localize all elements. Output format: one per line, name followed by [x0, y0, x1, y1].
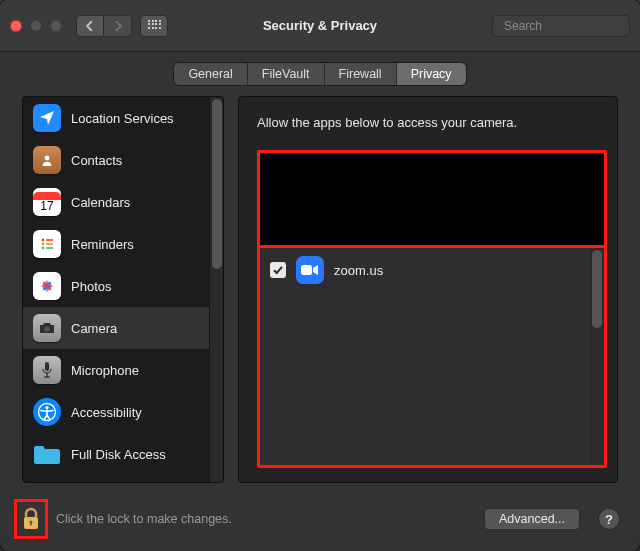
- accessibility-icon: [33, 398, 61, 426]
- sidebar-scrollbar-thumb[interactable]: [212, 99, 222, 269]
- svg-point-2: [45, 156, 50, 161]
- app-name-label: zoom.us: [334, 263, 383, 278]
- back-button[interactable]: [76, 15, 104, 37]
- svg-rect-18: [45, 362, 49, 371]
- tab-general[interactable]: General: [174, 63, 247, 85]
- zoom-window-button[interactable]: [50, 20, 62, 32]
- main-heading: Allow the apps below to access your came…: [257, 115, 607, 130]
- svg-rect-6: [46, 243, 53, 245]
- sidebar-item-label: Reminders: [71, 237, 134, 252]
- sidebar-item-label: Microphone: [71, 363, 139, 378]
- sidebar-item-microphone[interactable]: Microphone: [23, 349, 209, 391]
- help-button[interactable]: ?: [598, 508, 620, 530]
- sidebar-list: Location Services Contacts 17 Calendars: [23, 97, 209, 482]
- svg-rect-4: [46, 239, 53, 241]
- app-checkbox[interactable]: [270, 262, 286, 278]
- chevron-right-icon: [114, 21, 122, 31]
- microphone-icon: [33, 356, 61, 384]
- folder-icon: [33, 440, 61, 468]
- sidebar-item-label: Calendars: [71, 195, 130, 210]
- content-area: Location Services Contacts 17 Calendars: [0, 96, 640, 493]
- tab-filevault[interactable]: FileVault: [248, 63, 325, 85]
- sidebar-item-accessibility[interactable]: Accessibility: [23, 391, 209, 433]
- zoom-app-icon: [296, 256, 324, 284]
- camera-icon: [33, 314, 61, 342]
- contacts-icon: [33, 146, 61, 174]
- sidebar-item-reminders[interactable]: Reminders: [23, 223, 209, 265]
- sidebar-item-label: Contacts: [71, 153, 122, 168]
- sidebar-item-label: Location Services: [71, 111, 174, 126]
- svg-point-7: [42, 247, 45, 250]
- lock-icon[interactable]: [21, 507, 41, 531]
- traffic-lights: [10, 20, 62, 32]
- apps-scrollbar[interactable]: [590, 248, 604, 465]
- sidebar-item-label: Full Disk Access: [71, 447, 166, 462]
- lock-highlight-box: [14, 499, 48, 539]
- nav-group: [76, 15, 132, 37]
- main-panel: Allow the apps below to access your came…: [238, 96, 618, 483]
- footer-bar: Click the lock to make changes. Advanced…: [0, 493, 640, 551]
- window-toolbar: Security & Privacy: [0, 0, 640, 52]
- lock-hint-text: Click the lock to make changes.: [56, 512, 232, 526]
- svg-rect-27: [30, 522, 32, 525]
- app-row-zoom[interactable]: zoom.us: [260, 248, 590, 292]
- reminders-icon: [33, 230, 61, 258]
- advanced-button[interactable]: Advanced...: [484, 508, 580, 530]
- sidebar-item-label: Camera: [71, 321, 117, 336]
- sidebar-item-photos[interactable]: Photos: [23, 265, 209, 307]
- sidebar-item-fulldisk[interactable]: Full Disk Access: [23, 433, 209, 475]
- search-input[interactable]: [504, 19, 640, 33]
- sidebar-item-location[interactable]: Location Services: [23, 97, 209, 139]
- svg-rect-23: [301, 265, 312, 275]
- sidebar-item-calendars[interactable]: 17 Calendars: [23, 181, 209, 223]
- sidebar-item-label: Photos: [71, 279, 111, 294]
- forward-button[interactable]: [104, 15, 132, 37]
- show-all-button[interactable]: [140, 15, 168, 37]
- sidebar-scrollbar[interactable]: [209, 97, 223, 482]
- chevron-left-icon: [86, 21, 94, 31]
- svg-point-3: [42, 239, 45, 242]
- search-field[interactable]: [492, 15, 630, 37]
- grid-icon: [148, 20, 160, 32]
- security-privacy-window: Security & Privacy General FileVault Fir…: [0, 0, 640, 551]
- privacy-category-sidebar: Location Services Contacts 17 Calendars: [22, 96, 224, 483]
- tab-bar: General FileVault Firewall Privacy: [0, 52, 640, 96]
- apps-scrollbar-thumb[interactable]: [592, 250, 602, 328]
- svg-point-17: [44, 326, 49, 331]
- photos-icon: [33, 272, 61, 300]
- sidebar-item-label: Accessibility: [71, 405, 142, 420]
- redacted-region: [260, 153, 604, 248]
- apps-list: zoom.us: [260, 248, 590, 465]
- svg-point-5: [42, 243, 45, 246]
- location-icon: [33, 104, 61, 132]
- sidebar-item-camera[interactable]: Camera: [23, 307, 209, 349]
- close-window-button[interactable]: [10, 20, 22, 32]
- tab-firewall[interactable]: Firewall: [325, 63, 397, 85]
- apps-highlight-box: zoom.us: [257, 150, 607, 468]
- svg-rect-8: [46, 247, 53, 249]
- calendar-icon: 17: [33, 188, 61, 216]
- minimize-window-button[interactable]: [30, 20, 42, 32]
- tab-privacy[interactable]: Privacy: [397, 63, 466, 85]
- svg-point-22: [45, 406, 48, 409]
- sidebar-item-contacts[interactable]: Contacts: [23, 139, 209, 181]
